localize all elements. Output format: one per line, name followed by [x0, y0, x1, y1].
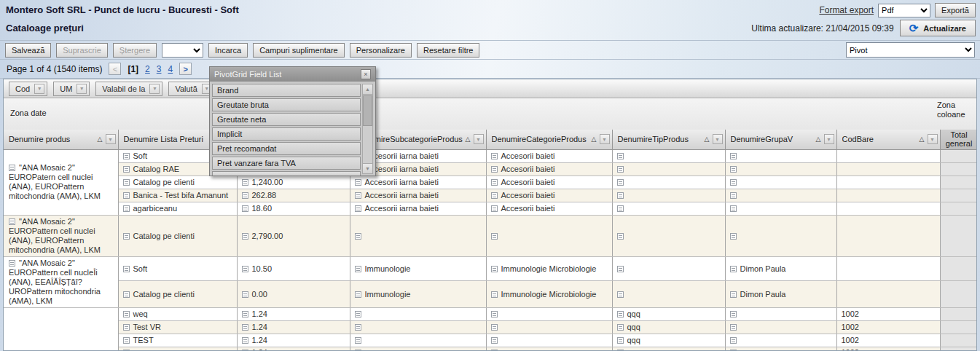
collapse-icon[interactable]	[730, 153, 737, 159]
collapse-icon[interactable]	[242, 233, 248, 240]
collapse-icon[interactable]	[491, 233, 498, 240]
collapse-icon[interactable]	[355, 324, 361, 331]
collapse-icon[interactable]	[617, 266, 624, 272]
collapse-icon[interactable]	[123, 166, 130, 173]
collapse-icon[interactable]	[730, 337, 737, 344]
field-list-item-greutate-neta[interactable]: Greutate neta	[212, 113, 361, 126]
personalize-button[interactable]: Personalizare	[350, 43, 412, 58]
collapse-icon[interactable]	[123, 205, 130, 212]
collapse-icon[interactable]	[123, 192, 130, 199]
filter-dropdown-icon[interactable]: ▼	[106, 134, 116, 144]
filter-chip-cod[interactable]: Cod ▼	[9, 82, 47, 96]
load-button[interactable]: Incarca	[208, 43, 248, 58]
collapse-icon[interactable]	[491, 166, 498, 173]
collapse-icon[interactable]	[491, 192, 498, 199]
collapse-icon[interactable]	[730, 166, 737, 173]
collapse-icon[interactable]	[491, 179, 498, 186]
collapse-icon[interactable]	[617, 192, 624, 199]
collapse-icon[interactable]	[730, 291, 737, 298]
collapse-icon[interactable]	[730, 205, 737, 212]
scroll-up-icon[interactable]: ▲	[363, 84, 372, 95]
collapse-icon[interactable]	[491, 153, 498, 159]
collapse-icon[interactable]	[242, 179, 248, 186]
chevron-down-icon[interactable]: ▼	[149, 84, 160, 94]
collapse-icon[interactable]	[617, 205, 624, 212]
saved-layout-select[interactable]	[162, 43, 203, 58]
filter-dropdown-icon[interactable]: ▼	[600, 134, 610, 144]
next-page-button[interactable]: >	[179, 63, 192, 75]
field-list-scrollbar[interactable]: ▲ ▼	[362, 84, 373, 174]
collapse-icon[interactable]	[617, 153, 624, 159]
collapse-icon[interactable]	[617, 179, 624, 186]
page-link-3[interactable]: 3	[157, 64, 162, 74]
scrollbar-thumb[interactable]	[363, 95, 372, 126]
collapse-icon[interactable]	[123, 179, 130, 186]
delete-button[interactable]: Ștergere	[113, 43, 157, 58]
collapse-icon[interactable]	[730, 233, 737, 240]
collapse-icon[interactable]	[617, 324, 624, 331]
field-list-titlebar[interactable]: PivotGrid Field List ×	[210, 67, 375, 82]
page-link-2[interactable]: 2	[145, 64, 150, 74]
collapse-icon[interactable]	[355, 266, 361, 272]
format-export-link[interactable]: Format export	[819, 5, 874, 15]
filter-dropdown-icon[interactable]: ▼	[824, 134, 834, 144]
field-list-item-pret-vanzare[interactable]: Pret vanzare fara TVA	[212, 157, 361, 170]
collapse-icon[interactable]	[355, 291, 361, 298]
filter-dropdown-icon[interactable]: ▼	[713, 134, 723, 144]
field-list-item-pret-recomandat[interactable]: Pret recomandat	[212, 142, 361, 155]
collapse-icon[interactable]	[355, 311, 361, 318]
collapse-icon[interactable]	[242, 192, 248, 199]
collapse-icon[interactable]	[730, 192, 737, 199]
collapse-icon[interactable]	[123, 311, 130, 318]
collapse-icon[interactable]	[355, 192, 361, 199]
col-header-denumire-produs[interactable]: Denumire produs △ ▼	[4, 130, 118, 149]
close-icon[interactable]: ×	[361, 69, 371, 79]
collapse-icon[interactable]	[242, 337, 248, 344]
collapse-icon[interactable]	[123, 266, 130, 272]
col-header-tip-produs[interactable]: DenumireTipProdus △ ▼	[612, 130, 725, 149]
field-list-item-brand[interactable]: Brand	[212, 84, 361, 97]
collapse-icon[interactable]	[123, 153, 130, 159]
collapse-icon[interactable]	[355, 205, 361, 212]
export-format-select[interactable]: Pdf	[878, 4, 930, 17]
field-list-item-greutate-bruta[interactable]: Greutate bruta	[212, 98, 361, 111]
collapse-icon[interactable]	[730, 266, 737, 272]
filter-dropdown-icon[interactable]: ▼	[474, 134, 484, 144]
collapse-icon[interactable]	[123, 337, 130, 344]
col-header-codbare[interactable]: CodBare △ ▼	[836, 130, 940, 149]
collapse-icon[interactable]	[242, 324, 248, 331]
field-list-item-implicit[interactable]: Implicit	[212, 127, 361, 141]
collapse-icon[interactable]	[355, 337, 361, 344]
collapse-icon[interactable]	[9, 165, 15, 171]
collapse-icon[interactable]	[9, 218, 15, 225]
col-header-categorie[interactable]: DenumireCategorieProdus △ ▼	[486, 130, 612, 149]
collapse-icon[interactable]	[730, 179, 737, 186]
filter-chip-valuta[interactable]: Valută ▼	[168, 82, 214, 96]
filter-chip-valabil[interactable]: Valabil de la ▼	[95, 82, 162, 96]
collapse-icon[interactable]	[123, 291, 130, 298]
col-header-grupa-v[interactable]: DenumireGrupaV △ ▼	[725, 130, 836, 149]
overwrite-button[interactable]: Suprascrie	[56, 43, 108, 58]
collapse-icon[interactable]	[491, 291, 498, 298]
view-mode-select[interactable]: Pivot	[846, 42, 975, 58]
page-link-4[interactable]: 4	[168, 64, 173, 74]
collapse-icon[interactable]	[355, 233, 361, 240]
collapse-icon[interactable]	[355, 179, 361, 186]
refresh-button[interactable]: ⟳ Actualizare	[900, 20, 976, 36]
collapse-icon[interactable]	[491, 205, 498, 212]
collapse-icon[interactable]	[242, 291, 248, 298]
collapse-icon[interactable]	[9, 260, 15, 267]
collapse-icon[interactable]	[123, 324, 130, 331]
collapse-icon[interactable]	[242, 266, 248, 272]
collapse-icon[interactable]	[617, 233, 624, 240]
collapse-icon[interactable]	[242, 205, 248, 212]
collapse-icon[interactable]	[730, 324, 737, 331]
prev-page-button[interactable]: <	[109, 63, 121, 75]
extra-fields-button[interactable]: Campuri suplimentare	[253, 43, 345, 58]
filter-chip-um[interactable]: UM ▼	[53, 82, 90, 96]
chevron-down-icon[interactable]: ▼	[34, 84, 44, 94]
collapse-icon[interactable]	[617, 291, 624, 298]
collapse-icon[interactable]	[491, 337, 498, 344]
collapse-icon[interactable]	[617, 337, 624, 344]
collapse-icon[interactable]	[617, 311, 624, 318]
